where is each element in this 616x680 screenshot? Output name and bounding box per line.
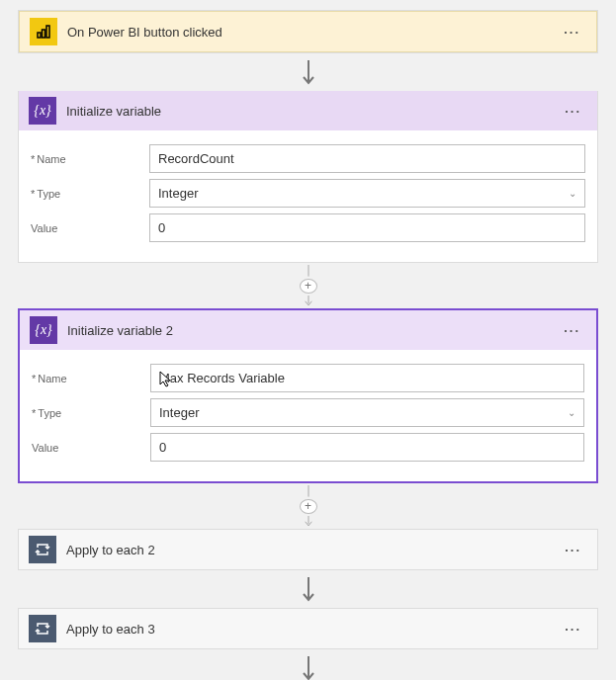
init-variable-2-header[interactable]: {x} Initialize variable 2 ···	[20, 310, 596, 350]
svg-rect-0	[38, 33, 41, 38]
apply-to-each-3-title: Apply to each 3	[66, 622, 549, 637]
value-label: Value	[32, 442, 150, 454]
type-dropdown[interactable]: Integer ⌄	[150, 398, 584, 427]
loop-icon	[29, 536, 56, 563]
svg-rect-1	[43, 30, 45, 38]
init-variable-card[interactable]: {x} Initialize variable ··· Name Type In…	[18, 91, 598, 263]
apply-to-each-2-card[interactable]: Apply to each 2 ···	[18, 529, 598, 570]
card-menu[interactable]: ···	[559, 622, 587, 637]
svg-rect-2	[46, 26, 49, 38]
type-value: Integer	[158, 186, 198, 201]
add-step-button[interactable]: +	[300, 499, 317, 514]
init-variable-body: Name Type Integer ⌄ Value	[19, 130, 597, 262]
name-label: Name	[31, 153, 149, 165]
loop-icon	[29, 615, 56, 642]
type-value: Integer	[159, 405, 199, 420]
name-field[interactable]	[149, 144, 585, 173]
type-label: Type	[32, 407, 150, 419]
card-menu[interactable]: ···	[559, 104, 587, 119]
name-label: Name	[32, 373, 150, 384]
card-menu[interactable]: ···	[558, 323, 586, 338]
trigger-title: On Power BI button clicked	[67, 25, 548, 40]
init-variable-title: Initialize variable	[66, 104, 549, 119]
chevron-down-icon: ⌄	[568, 407, 575, 418]
connector-arrow	[300, 651, 317, 680]
apply-to-each-2-title: Apply to each 2	[66, 543, 549, 557]
connector-arrow	[300, 55, 317, 91]
flow-canvas: On Power BI button clicked ··· {x} Initi…	[18, 10, 598, 680]
value-label: Value	[31, 222, 149, 234]
trigger-card[interactable]: On Power BI button clicked ···	[18, 10, 598, 53]
init-variable-header[interactable]: {x} Initialize variable ···	[19, 91, 597, 130]
apply-to-each-3-card[interactable]: Apply to each 3 ···	[18, 608, 598, 649]
value-field[interactable]	[150, 433, 584, 462]
init-variable-2-card[interactable]: {x} Initialize variable 2 ··· Name Type …	[18, 308, 598, 483]
value-field[interactable]	[149, 213, 585, 242]
add-step-connector: +	[300, 485, 317, 529]
connector-arrow	[300, 572, 317, 608]
variable-icon: {x}	[29, 97, 56, 125]
add-step-connector: +	[300, 265, 317, 308]
type-label: Type	[31, 188, 149, 200]
chevron-down-icon: ⌄	[569, 188, 576, 199]
trigger-menu[interactable]: ···	[558, 25, 586, 40]
powerbi-icon	[30, 18, 57, 45]
name-field[interactable]	[150, 364, 584, 392]
type-dropdown[interactable]: Integer ⌄	[149, 179, 585, 208]
variable-icon: {x}	[30, 316, 57, 344]
init-variable-2-body: Name Type Integer ⌄ Value	[20, 350, 596, 481]
init-variable-2-title: Initialize variable 2	[67, 323, 548, 338]
card-menu[interactable]: ···	[559, 543, 587, 557]
add-step-button[interactable]: +	[300, 279, 317, 294]
